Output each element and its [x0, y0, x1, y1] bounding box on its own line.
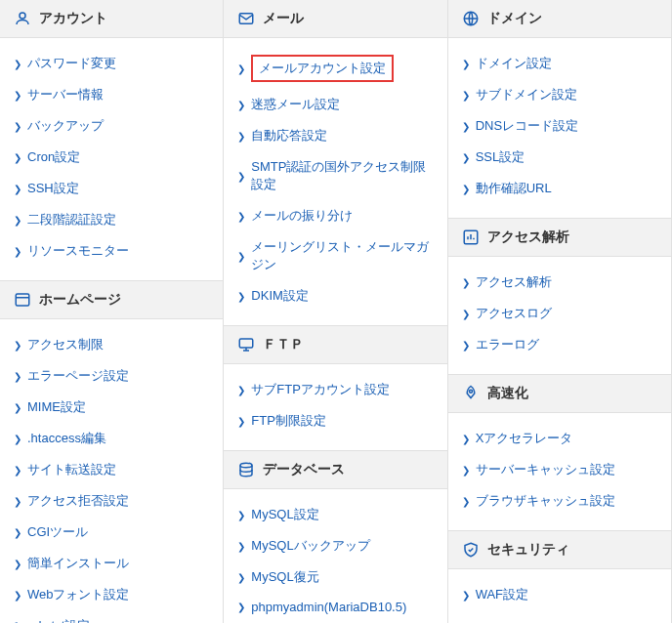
menu-item-ftp[interactable]: ❯FTP制限設定 — [237, 405, 433, 436]
database-icon — [237, 461, 255, 478]
chevron-right-icon: ❯ — [462, 59, 470, 69]
menu-item-account[interactable]: ❯SSH設定 — [14, 173, 209, 204]
menu-item-label: ブラウザキャッシュ設定 — [476, 492, 615, 510]
section-header-speed: 高速化 — [448, 375, 671, 413]
menu-item-domain[interactable]: ❯ドメイン設定 — [462, 48, 657, 79]
menu-item-homepage[interactable]: ❯ads.txt設定 — [14, 610, 209, 623]
section-body: ❯サブFTPアカウント設定❯FTP制限設定 — [224, 364, 446, 450]
menu-item-database[interactable]: ❯phpmyadmin(MariaDB10.5) — [237, 593, 433, 621]
menu-item-mail[interactable]: ❯メールアカウント設定 — [237, 48, 433, 89]
menu-item-account[interactable]: ❯二段階認証設定 — [14, 204, 209, 235]
menu-item-label: 二段階認証設定 — [27, 211, 116, 228]
menu-item-label: 自動応答設定 — [251, 127, 327, 145]
menu-item-homepage[interactable]: ❯アクセス拒否設定 — [14, 485, 209, 517]
menu-item-speed[interactable]: ❯ブラウザキャッシュ設定 — [462, 485, 657, 517]
menu-item-label: SSL設定 — [476, 148, 525, 166]
chevron-right-icon: ❯ — [462, 90, 470, 101]
menu-item-account[interactable]: ❯サーバー情報 — [14, 79, 209, 110]
menu-item-label: FTP制限設定 — [251, 412, 326, 430]
globe-icon — [462, 10, 480, 27]
menu-item-homepage[interactable]: ❯CGIツール — [14, 517, 209, 548]
menu-item-domain[interactable]: ❯SSL設定 — [462, 142, 657, 173]
menu-item-access[interactable]: ❯エラーログ — [462, 329, 657, 360]
chevron-right-icon: ❯ — [14, 434, 21, 444]
window-icon — [14, 291, 31, 309]
chevron-right-icon: ❯ — [14, 340, 21, 351]
menu-item-database[interactable]: ❯MySQLバックアップ — [237, 530, 433, 561]
menu-item-access[interactable]: ❯アクセスログ — [462, 298, 657, 329]
menu-item-label: メールの振り分け — [251, 207, 353, 225]
chevron-right-icon: ❯ — [462, 121, 470, 132]
menu-item-homepage[interactable]: ❯.htaccess編集 — [14, 423, 209, 454]
menu-item-homepage[interactable]: ❯MIME設定 — [14, 392, 209, 423]
section-header-domain: ドメイン — [448, 0, 671, 38]
menu-item-domain[interactable]: ❯DNSレコード設定 — [462, 110, 657, 142]
menu-item-label: Webフォント設定 — [27, 586, 130, 603]
menu-item-label: バックアップ — [27, 117, 104, 135]
section-header-ftp: ＦＴＰ — [224, 326, 446, 364]
chevron-right-icon: ❯ — [14, 152, 21, 163]
menu-item-label: メールアカウント設定 — [251, 55, 394, 82]
mail-icon — [237, 10, 255, 27]
chevron-right-icon: ❯ — [462, 152, 470, 163]
menu-item-database[interactable]: ❯MySQL設定 — [237, 499, 433, 530]
chevron-right-icon: ❯ — [237, 171, 245, 182]
menu-item-security[interactable]: ❯WAF設定 — [462, 579, 657, 610]
menu-item-label: WAF設定 — [476, 586, 528, 603]
section-access: アクセス解析❯アクセス解析❯アクセスログ❯エラーログ — [447, 218, 672, 375]
menu-item-mail[interactable]: ❯メーリングリスト・メールマガジン — [237, 231, 433, 280]
section-title: データベース — [263, 461, 345, 478]
section-header-database: データベース — [224, 451, 446, 489]
menu-item-account[interactable]: ❯リソースモニター — [14, 235, 209, 267]
chevron-right-icon: ❯ — [14, 527, 21, 538]
menu-item-access[interactable]: ❯アクセス解析 — [462, 267, 657, 298]
section-header-security: セキュリティ — [448, 531, 671, 569]
menu-item-mail[interactable]: ❯SMTP認証の国外アクセス制限設定 — [237, 151, 433, 200]
section-title: メール — [263, 10, 304, 27]
menu-item-label: phpmyadmin(MariaDB10.5) — [251, 600, 406, 614]
menu-item-mail[interactable]: ❯DKIM設定 — [237, 280, 433, 312]
section-body: ❯WAF設定 — [448, 569, 671, 623]
menu-item-domain[interactable]: ❯サブドメイン設定 — [462, 79, 657, 110]
chevron-right-icon: ❯ — [237, 510, 245, 520]
menu-item-account[interactable]: ❯バックアップ — [14, 110, 209, 142]
section-title: 高速化 — [487, 385, 528, 402]
menu-item-label: サブドメイン設定 — [476, 86, 577, 104]
chevron-right-icon: ❯ — [462, 465, 470, 476]
chevron-right-icon: ❯ — [237, 416, 245, 427]
menu-item-mail[interactable]: ❯メールの振り分け — [237, 200, 433, 231]
menu-item-mail[interactable]: ❯迷惑メール設定 — [237, 89, 433, 120]
section-header-account: アカウント — [0, 0, 223, 38]
menu-item-label: サイト転送設定 — [27, 461, 116, 478]
menu-item-label: DNSレコード設定 — [476, 117, 578, 135]
menu-item-domain[interactable]: ❯動作確認URL — [462, 173, 657, 204]
menu-item-label: アクセス解析 — [476, 273, 552, 291]
menu-item-homepage[interactable]: ❯エラーページ設定 — [14, 360, 209, 392]
chevron-right-icon: ❯ — [462, 434, 470, 444]
menu-item-speed[interactable]: ❯Xアクセラレータ — [462, 423, 657, 454]
section-account: アカウント❯パスワード変更❯サーバー情報❯バックアップ❯Cron設定❯SSH設定… — [0, 0, 224, 281]
menu-item-homepage[interactable]: ❯サイト転送設定 — [14, 454, 209, 485]
menu-item-homepage[interactable]: ❯Webフォント設定 — [14, 579, 209, 610]
section-body: ❯メールアカウント設定❯迷惑メール設定❯自動応答設定❯SMTP認証の国外アクセス… — [224, 38, 446, 325]
chevron-right-icon: ❯ — [237, 291, 245, 302]
menu-item-label: CGIツール — [27, 523, 88, 541]
menu-item-database[interactable]: ❯MySQL復元 — [237, 561, 433, 593]
menu-item-homepage[interactable]: ❯アクセス制限 — [14, 329, 209, 360]
menu-item-ftp[interactable]: ❯サブFTPアカウント設定 — [237, 374, 433, 405]
menu-item-speed[interactable]: ❯サーバーキャッシュ設定 — [462, 454, 657, 485]
section-speed: 高速化❯Xアクセラレータ❯サーバーキャッシュ設定❯ブラウザキャッシュ設定 — [447, 374, 672, 531]
section-header-mail: メール — [224, 0, 446, 38]
menu-item-homepage[interactable]: ❯簡単インストール — [14, 548, 209, 579]
menu-item-account[interactable]: ❯パスワード変更 — [14, 48, 209, 79]
menu-item-label: 動作確認URL — [476, 180, 552, 197]
chevron-right-icon: ❯ — [237, 211, 245, 222]
section-title: アカウント — [39, 10, 107, 27]
chart-icon — [462, 228, 480, 246]
menu-item-account[interactable]: ❯Cron設定 — [14, 142, 209, 173]
menu-item-label: MIME設定 — [27, 398, 86, 416]
chevron-right-icon: ❯ — [14, 465, 21, 476]
menu-item-mail[interactable]: ❯自動応答設定 — [237, 120, 433, 151]
chevron-right-icon: ❯ — [14, 121, 21, 132]
section-title: ホームページ — [39, 291, 121, 309]
